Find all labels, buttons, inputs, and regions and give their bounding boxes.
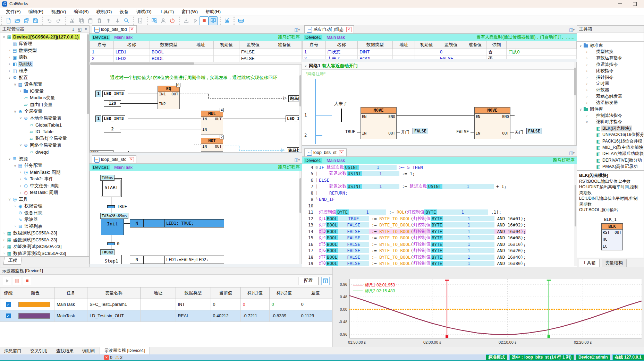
move-down-icon[interactable] <box>113 16 122 25</box>
download-plc-icon[interactable] <box>181 16 190 25</box>
tab-loop-bits-sfc[interactable]: SFC loop_bits_sfc ✕ <box>92 155 136 163</box>
expand-icon[interactable]: › <box>585 82 589 86</box>
menu-item[interactable]: 编译(B) <box>70 9 92 15</box>
minimize-button[interactable] <box>614 0 626 8</box>
scope-chart[interactable]: 0.960.480.00-0.48-0.9601:50.00 s02:00.00… <box>333 267 644 346</box>
collapse-icon[interactable]: ∨ <box>2 35 6 39</box>
var-table-row[interactable]: 2LED2BOOLFALSE <box>90 55 302 62</box>
collapse-icon[interactable]: ∨ <box>7 76 12 79</box>
sfc-step-start[interactable]: START <box>101 178 122 197</box>
ld-device-chip[interactable]: Device1 <box>304 35 322 40</box>
code-line[interactable]: 13灯2BOOLFALSE := BYTE_TO_BOOL(灯控制值BYTE1 … <box>302 222 577 229</box>
run-icon[interactable] <box>190 16 200 25</box>
tree-item[interactable]: ›▣函数 <box>0 54 89 61</box>
var-table-header[interactable]: 数据类型 <box>150 41 188 49</box>
menu-item[interactable]: 调试(D) <box>132 9 155 15</box>
scope-stop-button[interactable] <box>23 277 31 285</box>
sfc-diagram-canvas[interactable]: T#0ms START TRUE T#3m28s69ms Init N LED1… <box>90 171 302 264</box>
fbd-layout-icon[interactable]: ◫▾ <box>294 27 302 33</box>
collapse-icon[interactable]: ∨ <box>18 143 23 147</box>
st-tab-close-icon[interactable]: ✕ <box>339 150 344 155</box>
fbd-block-eq[interactable]: EQ 0 IN1 IN2 OUT <box>158 86 180 109</box>
tree-item[interactable]: ▱dweqd <box>0 149 89 156</box>
monitor-icon[interactable] <box>209 16 218 25</box>
var-table-header[interactable]: 数据类型 <box>358 41 393 49</box>
tree-item[interactable]: ›◧功能块 <box>0 61 89 68</box>
expand-icon[interactable]: › <box>7 55 12 59</box>
scope-col-header[interactable]: 任务 <box>54 287 87 299</box>
fbd-device-chip[interactable]: Device1 <box>92 35 110 40</box>
delete-icon[interactable] <box>95 16 104 25</box>
var-table-row[interactable]: 2人来了BOOLFALSE否 <box>303 55 577 59</box>
menu-item[interactable]: 联机(O) <box>93 9 116 15</box>
sfc-step-step1[interactable]: Step1 <box>101 255 122 264</box>
code-line[interactable]: 18灯7BOOLFALSE := BYTE_TO_BOOL(灯控制值BYTE1 … <box>302 254 577 260</box>
var-table-header[interactable]: 监视值 <box>239 41 267 49</box>
ld-in1-operand[interactable]: TRUE <box>345 129 355 134</box>
scope-layout-icon[interactable] <box>321 277 330 285</box>
var-table-header[interactable]: 监视值 <box>438 41 464 49</box>
expand-icon[interactable]: › <box>18 184 23 188</box>
var-table-header[interactable]: 强制 <box>486 41 506 49</box>
tree-item[interactable]: ∨标准库 <box>577 42 644 49</box>
sfc-transition-true[interactable] <box>107 205 115 208</box>
pin-icon[interactable]: ↧ <box>71 27 75 32</box>
expand-icon[interactable]: › <box>18 170 23 174</box>
collapse-icon[interactable]: ∨ <box>13 83 17 86</box>
tree-item[interactable]: ∨◎工具 <box>0 196 89 203</box>
fbd-operand-led-int8[interactable]: LED_INT8 <box>102 91 125 97</box>
fbd-diagram-canvas[interactable]: 通过对一个初始值为1的8位的变量进行周期倍增，实现左移，通过跳转实现位移回环 1… <box>90 65 302 153</box>
var-table-header[interactable]: 地址 <box>188 41 214 49</box>
power-icon[interactable] <box>168 16 177 25</box>
scope-col-header[interactable]: 地址 <box>141 287 176 299</box>
sfc-task-link[interactable]: MainTask <box>114 165 133 170</box>
expand-icon[interactable]: › <box>585 95 589 98</box>
tree-item[interactable]: ›✎Task2: 事件 <box>0 176 89 183</box>
tree-item[interactable]: ◧PMAX(高值记录功 <box>577 163 644 170</box>
st-layout-icon[interactable]: ◫▾ <box>569 151 577 156</box>
tree-item[interactable]: ›控制算法指令 <box>577 112 644 119</box>
bottom-tab[interactable]: 示波器监视 [Device1] <box>100 347 150 355</box>
tree-item[interactable]: ▥库管理 <box>0 41 89 48</box>
var-table-header[interactable]: 准备值 <box>267 41 302 49</box>
fold-marker[interactable]: ⊟ <box>314 165 319 169</box>
ld-out2-operand[interactable]: 关门 <box>515 129 523 135</box>
tree-item[interactable]: ◧DELAY(纯滞后功能块 <box>577 151 644 157</box>
tree-item[interactable]: ›比较指令 <box>577 68 644 74</box>
tab-variable-structure[interactable]: 变量结构 <box>602 259 627 267</box>
sfc-action2-qualifier[interactable]: N <box>130 256 144 264</box>
code-line[interactable]: 4⊟IF 延迟次数USINT1 >= 5 THEN <box>302 164 577 171</box>
save-icon[interactable] <box>31 16 40 25</box>
sfc-action2-empty[interactable] <box>143 256 165 264</box>
expand-icon[interactable]: › <box>2 245 6 249</box>
tree-item[interactable]: ›◫程序 <box>0 68 89 75</box>
fbd-task-link[interactable]: MainTask <box>114 35 133 40</box>
code-line[interactable]: 6│ELSE <box>302 177 577 183</box>
tree-item[interactable]: ›指针指令 <box>577 74 644 80</box>
tree-item[interactable]: ▱自由口变量 <box>0 101 89 108</box>
sfc-layout-icon[interactable]: ◫▾ <box>294 157 302 163</box>
var-table-header[interactable]: 序号 <box>90 41 114 49</box>
save-all-icon[interactable] <box>22 16 31 25</box>
var-table-row[interactable]: 1LED1BOOLFALSE <box>90 49 302 55</box>
tree-item[interactable]: ∨▤任务配置 <box>0 162 89 169</box>
menu-item[interactable]: 视图(V) <box>47 9 70 15</box>
chart-tool-icon[interactable] <box>222 16 231 25</box>
tree-item[interactable]: ∨⚙配置 <box>0 74 89 81</box>
restore-button[interactable] <box>629 0 641 8</box>
bottom-tab[interactable]: 交叉引用 <box>26 347 52 355</box>
expand-icon[interactable]: › <box>585 56 589 60</box>
var-table-header[interactable]: 准备值 <box>464 41 486 49</box>
code-line[interactable]: 16灯5BOOLFALSE := BYTE_TO_BOOL(灯控制值BYTE1 … <box>302 241 577 248</box>
sfc-step-init[interactable]: Init <box>101 218 124 235</box>
expand-icon[interactable]: › <box>585 63 589 67</box>
tree-item[interactable]: ∨固件库 <box>577 106 644 112</box>
tree-item[interactable]: ›类型转换 <box>577 49 644 55</box>
network-collapse-icon[interactable]: ∨ <box>304 64 307 68</box>
expand-icon[interactable]: › <box>18 191 23 195</box>
expand-icon[interactable]: › <box>585 50 589 54</box>
scope-row[interactable]: ✓MainTaskSFC_Test1.param1INT0000 <box>0 299 332 310</box>
scope-col-header[interactable]: 差值 <box>299 287 332 299</box>
sfc-device-chip[interactable]: Device1 <box>92 165 110 170</box>
tree-item[interactable]: ›位运算指令 <box>577 61 644 68</box>
